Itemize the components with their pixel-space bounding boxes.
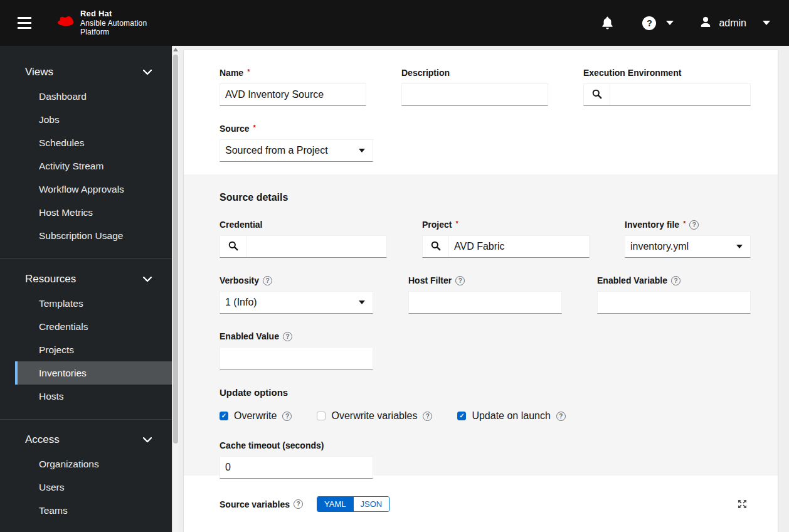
sidebar-section-access[interactable]: Access (0, 428, 172, 452)
search-icon (228, 241, 238, 253)
inventory-file-value: inventory.yml (630, 241, 689, 252)
inventory-source-form-card: Name* Description Execution Environment (184, 50, 778, 532)
search-icon (431, 241, 441, 253)
search-icon (592, 89, 602, 101)
sidebar-scrollbar[interactable] (172, 46, 179, 532)
expand-arrows-icon[interactable] (738, 499, 747, 509)
description-input[interactable] (401, 83, 548, 106)
execution-environment-search-button[interactable] (584, 84, 610, 105)
caret-down-icon (736, 245, 743, 248)
sidebar-item-credentials[interactable]: Credentials (0, 315, 172, 338)
json-toggle-button[interactable]: JSON (353, 497, 389, 511)
verbosity-label: Verbosity ? (220, 275, 373, 285)
credential-input[interactable] (246, 236, 386, 257)
sidebar-section-resources[interactable]: Resources (0, 268, 172, 292)
required-asterisk: * (683, 220, 686, 227)
user-name: admin (719, 18, 746, 29)
overwrite-label: Overwrite (234, 410, 277, 422)
sidebar-item-dashboard[interactable]: Dashboard (0, 85, 172, 108)
enabled-value-label: Enabled Value ? (220, 331, 373, 341)
update-on-launch-checkbox[interactable] (457, 412, 466, 420)
help-icon[interactable]: ? (671, 276, 680, 285)
sidebar-item-activity-stream[interactable]: Activity Stream (0, 154, 172, 178)
sidebar-section-views[interactable]: Views (0, 61, 172, 85)
scrollbar-thumb[interactable] (173, 55, 178, 444)
source-select-value: Sourced from a Project (225, 145, 328, 156)
credential-label: Credential (220, 220, 387, 230)
host-filter-input[interactable] (408, 291, 562, 314)
sidebar-item-users[interactable]: Users (0, 476, 172, 499)
overwrite-variables-option: Overwrite variables ? (317, 410, 432, 422)
help-icon[interactable]: ? (282, 412, 292, 421)
project-input[interactable] (449, 236, 589, 257)
source-variables-label: Source variables ? (220, 499, 303, 509)
help-icon[interactable]: ? (455, 276, 465, 285)
scrollbar-up-arrow-icon[interactable] (173, 48, 178, 51)
verbosity-value: 1 (Info) (225, 297, 257, 308)
main-content: Name* Description Execution Environment (179, 46, 789, 532)
project-label: Project* (422, 220, 590, 230)
credential-search-button[interactable] (220, 236, 246, 257)
sidebar-item-workflow-approvals[interactable]: Workflow Approvals (0, 178, 172, 201)
hamburger-icon[interactable] (10, 11, 39, 36)
source-variables-format-toggle: YAML JSON (317, 496, 389, 512)
help-icon[interactable]: ? (423, 412, 432, 421)
overwrite-variables-checkbox[interactable] (317, 412, 326, 420)
sidebar-divider (0, 419, 172, 420)
brand-line1: Red Hat (80, 9, 147, 19)
enabled-variable-input[interactable] (597, 291, 751, 314)
sidebar-item-templates[interactable]: Templates (0, 292, 172, 315)
overwrite-variables-label: Overwrite variables (331, 410, 417, 422)
brand-line3: Platform (80, 28, 147, 37)
overwrite-checkbox[interactable] (220, 412, 228, 420)
chevron-down-icon (143, 437, 152, 443)
caret-down-icon (359, 301, 365, 304)
brand-logo: Red Hat Ansible Automation Platform (58, 9, 147, 37)
enabled-value-input[interactable] (220, 347, 373, 370)
help-icon[interactable]: ? (556, 412, 566, 421)
execution-environment-input[interactable] (610, 84, 750, 105)
help-icon[interactable]: ? (283, 332, 292, 341)
host-filter-label: Host Filter ? (408, 275, 562, 285)
help-icon[interactable]: ? (263, 276, 272, 285)
question-circle-icon[interactable]: ? (642, 16, 656, 30)
sidebar-item-schedules[interactable]: Schedules (0, 131, 172, 154)
chevron-down-icon (143, 70, 152, 75)
required-asterisk: * (253, 124, 255, 131)
bell-icon[interactable] (601, 16, 613, 29)
caret-down-icon (359, 149, 365, 152)
execution-environment-label: Execution Environment (583, 68, 751, 78)
verbosity-select[interactable]: 1 (Info) (220, 291, 373, 314)
sidebar-item-subscription-usage[interactable]: Subscription Usage (0, 224, 172, 247)
sidebar-item-projects[interactable]: Projects (0, 338, 172, 361)
yaml-toggle-button[interactable]: YAML (317, 497, 352, 511)
sidebar-item-jobs[interactable]: Jobs (0, 108, 172, 131)
sidebar-item-host-metrics[interactable]: Host Metrics (0, 201, 172, 224)
sidebar-section-views-label: Views (25, 66, 53, 78)
chevron-down-icon (143, 277, 152, 282)
name-label: Name* (220, 68, 366, 78)
source-details-section: Source details Credential (184, 174, 778, 476)
user-menu[interactable]: admin (700, 16, 770, 30)
sidebar-divider (0, 258, 172, 259)
sidebar-item-teams[interactable]: Teams (0, 499, 172, 522)
source-select[interactable]: Sourced from a Project (220, 139, 373, 162)
overwrite-option: Overwrite ? (220, 410, 292, 422)
help-icon[interactable]: ? (294, 499, 303, 509)
cache-timeout-label: Cache timeout (seconds) (220, 440, 373, 450)
enabled-variable-label: Enabled Variable ? (597, 275, 751, 285)
sidebar-section-resources-label: Resources (25, 273, 76, 285)
inventory-file-select[interactable]: inventory.yml (625, 235, 751, 258)
update-options-heading: Update options (220, 387, 751, 398)
name-input[interactable] (220, 83, 366, 106)
help-icon[interactable]: ? (689, 220, 699, 230)
brand-line2: Ansible Automation (80, 19, 147, 28)
help-caret-down-icon[interactable] (666, 21, 674, 25)
project-search-button[interactable] (423, 236, 449, 257)
sidebar-item-inventories[interactable]: Inventories (15, 361, 172, 385)
user-caret-down-icon[interactable] (763, 21, 770, 25)
sidebar-item-organizations[interactable]: Organizations (0, 452, 172, 476)
source-label: Source* (220, 124, 373, 134)
sidebar-item-hosts[interactable]: Hosts (0, 385, 172, 408)
cache-timeout-input[interactable] (220, 456, 373, 479)
